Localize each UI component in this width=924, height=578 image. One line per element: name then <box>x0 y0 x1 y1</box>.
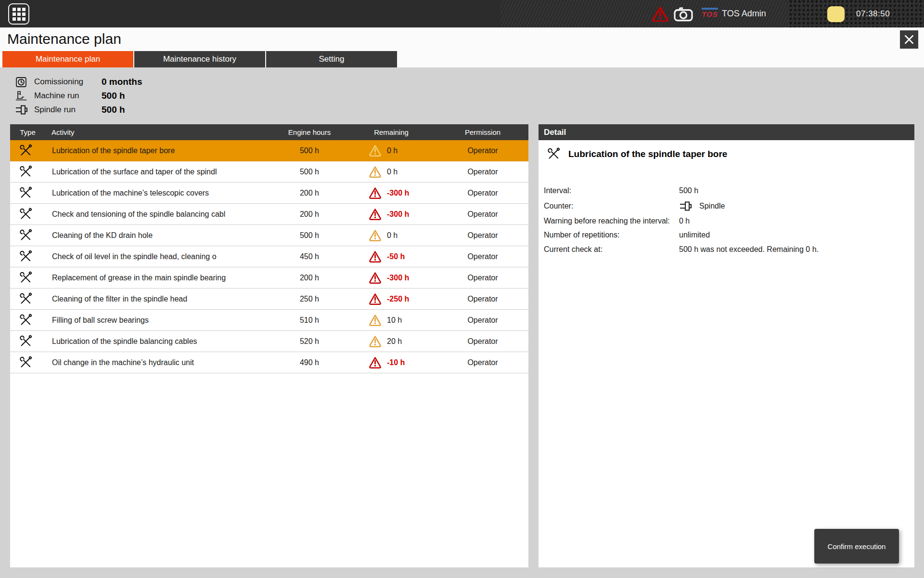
table-row[interactable]: Filling of ball screw bearings 510 h 10 … <box>10 310 528 331</box>
engine-hours-value: 500 h <box>273 231 346 240</box>
remaining-value: -300 h <box>387 210 409 219</box>
engine-hours-value: 250 h <box>273 295 346 303</box>
field-value-interval: 500 h <box>679 186 698 195</box>
engine-hours-value: 500 h <box>273 146 346 155</box>
tool-icon <box>19 314 32 327</box>
tool-icon <box>547 147 560 160</box>
tab-maintenance-plan[interactable]: Maintenance plan <box>2 51 133 67</box>
table-row[interactable]: Cleaning of the filter in the spindle he… <box>10 289 528 310</box>
permission-value: Operator <box>437 316 528 325</box>
engine-hours-value: 200 h <box>273 274 346 282</box>
tool-icon <box>19 292 32 305</box>
alarm-warning-icon[interactable] <box>651 0 670 27</box>
app-grid-button[interactable] <box>8 3 29 25</box>
warning-triangle-icon <box>369 229 382 241</box>
warning-triangle-icon <box>369 356 382 368</box>
activity-label: Check of oil level in the spindle head, … <box>41 252 273 261</box>
column-header-activity: Activity <box>41 128 273 136</box>
column-header-permission: Permission <box>437 128 528 136</box>
field-label-repetitions: Number of repetitions: <box>544 231 679 239</box>
activity-label: Replacement of grease in the main spindl… <box>41 274 273 282</box>
confirm-execution-button[interactable]: Confirm execution <box>814 529 899 564</box>
title-bar: Maintenance plan Maintenance plan Mainte… <box>0 27 924 67</box>
detail-panel: Detail Lubrication of the spindle taper … <box>539 124 914 567</box>
counter-value: 0 months <box>102 77 142 87</box>
column-header-engine-hours: Engine hours <box>273 128 346 136</box>
column-header-type: Type <box>10 128 41 136</box>
counter-label: Machine run <box>34 91 102 101</box>
table-row[interactable]: Cleaning of the KD drain hole 500 h 0 h … <box>10 225 528 246</box>
warning-triangle-icon <box>369 187 382 199</box>
field-label-interval: Interval: <box>544 186 679 195</box>
permission-value: Operator <box>437 337 528 346</box>
remaining-value: 10 h <box>387 316 402 325</box>
table-body: Lubrication of the spindle taper bore 50… <box>10 140 528 373</box>
remaining-value: -300 h <box>387 189 409 197</box>
activity-label: Lubrication of the machine’s telescopic … <box>41 189 273 197</box>
machine-run-icon <box>15 90 34 102</box>
engine-hours-value: 450 h <box>273 252 346 261</box>
permission-value: Operator <box>437 168 528 176</box>
top-bar: TOS TOS Admin 07:38:50 <box>0 0 924 27</box>
permission-value: Operator <box>437 358 528 367</box>
detail-header: Detail <box>539 124 914 140</box>
app-grid-icon <box>13 8 26 21</box>
field-value-repetitions: unlimited <box>679 231 710 239</box>
counter-label: Comissioning <box>34 77 102 87</box>
permission-value: Operator <box>437 189 528 197</box>
tab-bar: Maintenance plan Maintenance history Set… <box>2 51 397 67</box>
table-row[interactable]: Replacement of grease in the main spindl… <box>10 267 528 289</box>
table-row[interactable]: Oil change in the machine’s hydraulic un… <box>10 352 528 373</box>
activity-label: Filling of ball screw bearings <box>41 316 273 325</box>
calendar-clock-icon <box>15 76 34 88</box>
counter-label: Spindle run <box>34 105 102 115</box>
tos-logo-bar <box>702 8 718 10</box>
counter-value: 500 h <box>102 91 125 101</box>
permission-value: Operator <box>437 146 528 155</box>
detail-title: Lubrication of the spindle taper bore <box>568 149 727 159</box>
table-row[interactable]: Check of oil level in the spindle head, … <box>10 246 528 267</box>
remaining-value: -10 h <box>387 358 405 367</box>
tab-maintenance-history[interactable]: Maintenance history <box>134 51 265 67</box>
maintenance-table: Type Activity Engine hours Remaining Per… <box>10 124 528 567</box>
camera-icon[interactable] <box>672 0 695 27</box>
activity-label: Lubrication of the spindle taper bore <box>41 146 273 155</box>
activity-label: Lubrication of the surface and taper of … <box>41 168 273 176</box>
engine-hours-value: 200 h <box>273 210 346 219</box>
table-row[interactable]: Lubrication of the surface and taper of … <box>10 161 528 183</box>
table-row[interactable]: Lubrication of the machine’s telescopic … <box>10 183 528 204</box>
close-button[interactable] <box>900 30 918 49</box>
activity-label: Oil change in the machine’s hydraulic un… <box>41 358 273 367</box>
status-indicator[interactable] <box>827 6 845 22</box>
field-value-counter: Spindle <box>699 202 725 210</box>
permission-value: Operator <box>437 295 528 303</box>
engine-hours-value: 490 h <box>273 358 346 367</box>
counter-spindle-run: Spindle run 500 h <box>15 103 142 117</box>
warning-triangle-icon <box>369 166 382 178</box>
tool-icon <box>19 250 32 263</box>
activity-label: Cleaning of the filter in the spindle he… <box>41 295 273 303</box>
field-label-current-check: Current check at: <box>544 245 679 254</box>
spindle-icon <box>15 104 34 116</box>
permission-value: Operator <box>437 274 528 282</box>
permission-value: Operator <box>437 210 528 219</box>
table-header: Type Activity Engine hours Remaining Per… <box>10 124 528 140</box>
tab-setting[interactable]: Setting <box>266 51 397 67</box>
activity-label: Check and tensioning of the spindle bala… <box>41 210 273 219</box>
warning-triangle-icon <box>369 272 382 284</box>
tos-logo-text: TOS <box>702 10 718 18</box>
counter-comissioning: Comissioning 0 months <box>15 75 142 89</box>
table-row[interactable]: Check and tensioning of the spindle bala… <box>10 204 528 225</box>
detail-fields: Interval: 500 h Counter: Spindle Warning… <box>539 160 914 257</box>
remaining-value: 0 h <box>387 231 398 240</box>
table-row[interactable]: Lubrication of the spindle balancing cab… <box>10 331 528 352</box>
tool-icon <box>19 165 32 178</box>
page-title: Maintenance plan <box>7 31 121 47</box>
clock-label: 07:38:50 <box>856 0 890 27</box>
field-value-current-check: 500 h was not exceeded. Remaining 0 h. <box>679 245 819 254</box>
permission-value: Operator <box>437 252 528 261</box>
tool-icon <box>19 356 32 369</box>
table-row[interactable]: Lubrication of the spindle taper bore 50… <box>10 140 528 161</box>
field-value-warning: 0 h <box>679 217 690 225</box>
tool-icon <box>19 335 32 348</box>
